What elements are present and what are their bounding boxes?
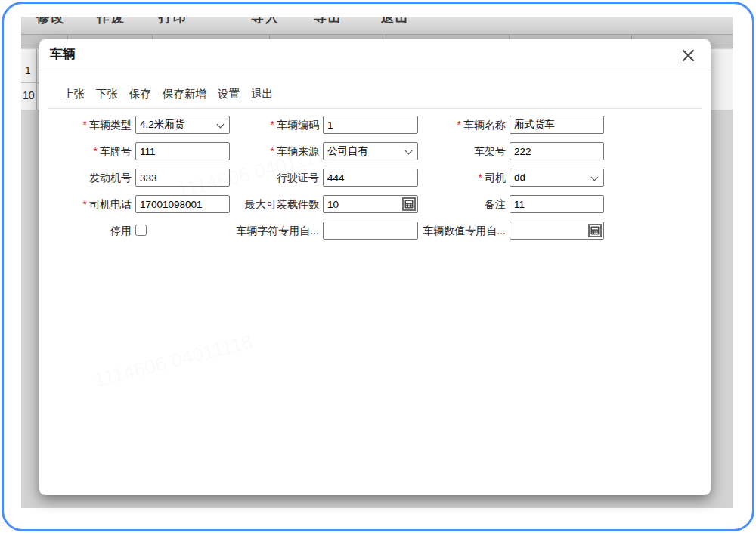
title-divider xyxy=(39,70,711,70)
disabled-checkbox[interactable] xyxy=(135,225,147,236)
required-asterisk: * xyxy=(271,145,274,157)
field-vehicle-num-custom: 车辆数值专用自... xyxy=(417,222,604,240)
exit-button[interactable]: 退出 xyxy=(251,86,273,101)
field-label: 停用 xyxy=(45,222,135,240)
calculator-icon xyxy=(590,226,600,235)
calculator-button[interactable] xyxy=(402,197,416,211)
toolbar-divider xyxy=(48,108,702,109)
vehicle-dialog: 车辆 上张 下张 保存 保存新增 设置 退出 *车辆类型 4.2米厢货 *车辆编… xyxy=(39,39,711,495)
field-label: 最大可装载件数 xyxy=(232,195,323,213)
field-engine-number: 发动机号 xyxy=(45,169,230,187)
field-disabled: 停用 xyxy=(45,222,230,240)
field-driver: *司机 dd xyxy=(417,169,604,187)
required-asterisk: * xyxy=(271,119,274,131)
bg-toolbar-item-export[interactable]: 导出 xyxy=(314,17,342,26)
field-plate-number: *车牌号 xyxy=(45,142,230,160)
save-button[interactable]: 保存 xyxy=(129,86,151,101)
field-label: *车辆名称 xyxy=(417,116,510,134)
field-label: 备注 xyxy=(417,195,510,213)
field-label: *司机电话 xyxy=(45,195,135,213)
bg-toolbar-item-exit[interactable]: 退出 xyxy=(381,17,410,26)
field-vehicle-code: *车辆编码 xyxy=(232,116,418,134)
required-asterisk: * xyxy=(83,119,87,131)
field-vehicle-char-custom: 车辆字符专用自... xyxy=(232,222,418,240)
field-frame-number: 车架号 xyxy=(417,142,604,160)
vehicle-name-input[interactable] xyxy=(510,116,604,134)
bg-toolbar-item-print[interactable]: 打印 xyxy=(159,17,187,26)
driving-license-input[interactable] xyxy=(323,169,418,187)
field-vehicle-type: *车辆类型 4.2米厢货 xyxy=(45,116,230,134)
close-icon xyxy=(681,48,696,63)
field-label: 车辆数值专用自... xyxy=(417,222,510,240)
field-label: 发动机号 xyxy=(45,169,135,187)
dialog-title: 车辆 xyxy=(50,45,76,63)
table-gutter-divider xyxy=(36,49,37,110)
vehicle-char-custom-input[interactable] xyxy=(323,222,418,240)
required-asterisk: * xyxy=(479,172,482,184)
field-label: 车架号 xyxy=(417,142,510,160)
settings-button[interactable]: 设置 xyxy=(218,86,240,101)
field-label: 车辆字符专用自... xyxy=(232,222,323,240)
field-vehicle-name: *车辆名称 xyxy=(417,116,604,134)
save-and-new-button[interactable]: 保存新增 xyxy=(163,86,206,101)
required-asterisk: * xyxy=(83,198,87,210)
dialog-toolbar: 上张 下张 保存 保存新增 设置 退出 xyxy=(63,86,273,101)
field-driving-license: 行驶证号 xyxy=(232,169,418,187)
required-asterisk: * xyxy=(457,119,461,131)
remark-input[interactable] xyxy=(510,195,604,213)
table-row-number[interactable]: 1 xyxy=(25,64,31,76)
bg-toolbar-item-modify[interactable]: 修改 xyxy=(36,17,65,26)
field-label: *车辆类型 xyxy=(45,116,135,134)
vehicle-code-input[interactable] xyxy=(323,116,418,134)
bg-toolbar-item-import[interactable]: 导入 xyxy=(251,17,280,26)
calculator-icon xyxy=(404,200,414,209)
field-vehicle-source: *车辆来源 公司自有 xyxy=(232,142,418,160)
chevron-down-icon xyxy=(591,174,599,181)
field-label: *车辆来源 xyxy=(232,142,323,160)
chevron-down-icon xyxy=(405,147,413,155)
field-remark: 备注 xyxy=(417,195,604,213)
vehicle-type-select[interactable]: 4.2米厢货 xyxy=(135,116,230,134)
next-record-button[interactable]: 下张 xyxy=(96,86,118,101)
field-label: 行驶证号 xyxy=(232,169,323,187)
bg-toolbar-item-void[interactable]: 作废 xyxy=(97,17,125,26)
plate-number-input[interactable] xyxy=(135,142,230,160)
required-asterisk: * xyxy=(94,145,98,157)
table-row-number[interactable]: 10 xyxy=(23,89,35,101)
calculator-button[interactable] xyxy=(588,224,602,237)
watermark: 1114606 04011118 xyxy=(91,330,255,392)
engine-number-input[interactable] xyxy=(135,169,230,187)
field-driver-phone: *司机电话 xyxy=(45,195,230,213)
prev-record-button[interactable]: 上张 xyxy=(63,86,85,101)
driver-phone-input[interactable] xyxy=(135,195,230,213)
field-max-load-count: 最大可装载件数 xyxy=(232,195,418,213)
field-label: *车牌号 xyxy=(45,142,135,160)
frame-number-input[interactable] xyxy=(510,142,604,160)
close-button[interactable] xyxy=(679,46,697,64)
background-toolbar: 修改 作废 打印 导入 导出 退出 xyxy=(21,17,733,35)
chevron-down-icon xyxy=(217,121,225,129)
driver-select[interactable]: dd xyxy=(510,169,604,187)
field-label: *车辆编码 xyxy=(232,116,323,134)
vehicle-source-select[interactable]: 公司自有 xyxy=(323,142,418,160)
screenshot-root: 修改 作废 打印 导入 导出 退出 1 10 车辆 xyxy=(0,0,756,533)
table-row-divider xyxy=(21,82,39,83)
field-label: *司机 xyxy=(417,169,510,187)
